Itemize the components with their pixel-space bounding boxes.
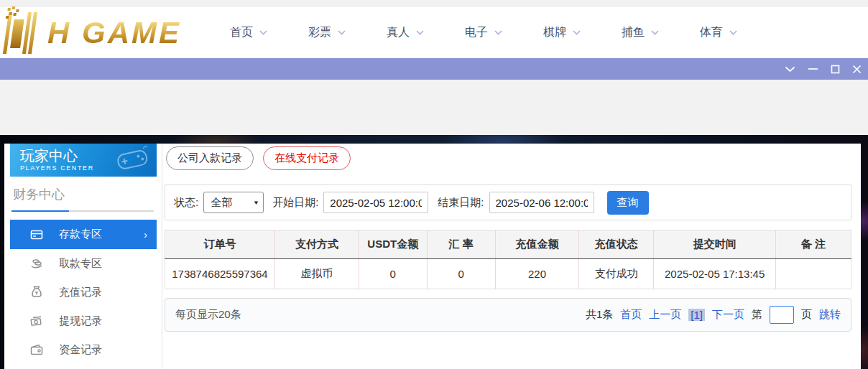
status-label: 状态: [174,196,198,210]
sidebar-section-underline [11,210,154,212]
chevron-down-icon [494,30,502,35]
select-chevron-icon: ▾ [254,199,259,206]
cell-order-no: 1738746825597364 [165,259,275,289]
chevron-down-icon [651,30,659,35]
jump-button[interactable]: 跳转 [819,308,841,322]
col-order-no: 订单号 [165,230,275,259]
sidebar-item-deposit-zone[interactable]: 存款专区 › [10,220,157,249]
hand-coins-icon [30,257,43,270]
nav-label: 首页 [230,25,253,40]
sidebar-item-label: 资金记录 [59,343,102,357]
chevron-down-icon [338,30,346,35]
first-page-link[interactable]: 首页 [620,308,642,322]
end-date-input[interactable] [489,192,594,213]
main-panel: 公司入款记录 在线支付记录 状态: 全部 ▾ 开始日期: 结束日期: 查询 [165,144,852,369]
logo-text: H GAME [47,16,181,50]
col-submit-time: 提交时间 [654,230,776,259]
nav-label: 体育 [700,25,723,40]
sidebar-item-label: 取款专区 [59,257,102,271]
nav-label: 电子 [465,25,488,40]
window-chevron-down-icon[interactable] [785,66,795,73]
window-top-strip [0,0,868,7]
nav-item-lottery[interactable]: 彩票 [308,25,346,40]
sidebar: 玩家中心 PLAYERS CENTER 财务中心 存款专区 › [4,144,162,369]
next-page-link[interactable]: 下一页 [712,308,744,322]
col-exchange-rate: 汇 率 [427,230,495,259]
sidebar-item-fund-records[interactable]: 资金记录 [10,335,157,364]
tab-online-payment-records[interactable]: 在线支付记录 [263,146,351,170]
cell-recharge-amount: 220 [495,259,579,289]
tab-company-deposit-records[interactable]: 公司入款记录 [166,146,254,170]
page-jump-input[interactable] [770,306,794,324]
nav-label: 真人 [387,25,410,40]
chevron-down-icon [416,30,424,35]
status-select[interactable]: 全部 ▾ [203,192,264,213]
wallet-icon [30,343,43,356]
filter-bar: 状态: 全部 ▾ 开始日期: 结束日期: 查询 [165,184,851,220]
sidebar-item-quota-transfer[interactable]: 额度转换 [10,364,157,369]
col-recharge-status: 充值状态 [579,230,654,259]
jump-prefix-label: 第 [752,308,762,322]
sidebar-menu: 存款专区 › 取款专区 充值记录 提现记录 [4,220,162,369]
money-bag-icon [30,286,43,299]
main-nav: 首页 彩票 真人 电子 棋牌 捕鱼 体育 [230,7,737,58]
cell-usdt-amount: 0 [359,259,427,289]
tab-label: 公司入款记录 [177,151,242,165]
pagination-bar: 每页显示20条 共1条 首页 上一页 [1] 下一页 第 页 跳转 [165,298,851,332]
nav-item-slots[interactable]: 电子 [465,25,502,40]
logo-bars-icon [3,12,43,54]
nav-label: 棋牌 [543,25,566,40]
sidebar-item-recharge-records[interactable]: 充值记录 [10,278,157,307]
brand-logo: H GAME [6,10,181,56]
sidebar-item-withdraw-zone[interactable]: 取款专区 [10,249,157,278]
page-size-text: 每页显示20条 [175,308,241,322]
sidebar-item-label: 提现记录 [59,314,102,328]
cell-remarks [776,259,851,289]
window-minimize-icon[interactable] [808,67,818,70]
sidebar-header: 玩家中心 PLAYERS CENTER [10,144,157,177]
tab-label: 在线支付记录 [274,151,339,165]
content-card: 玩家中心 PLAYERS CENTER 财务中心 存款专区 › [4,144,861,369]
col-usdt-amount: USDT金额 [359,230,427,259]
cell-submit-time: 2025-02-05 17:13:45 [654,259,776,289]
window-maximize-icon[interactable] [831,65,840,74]
end-date-label: 结束日期: [438,196,484,210]
col-recharge-amount: 充值金额 [495,230,579,259]
nav-label: 捕鱼 [622,25,645,40]
nav-label: 彩票 [308,25,331,40]
start-date-input[interactable] [323,192,428,213]
cell-recharge-status: 支付成功 [579,259,654,289]
nav-item-cards[interactable]: 棋牌 [543,25,581,40]
chevron-right-icon: › [144,229,147,240]
sidebar-item-withdrawal-records[interactable]: 提现记录 [10,307,157,335]
nav-item-home[interactable]: 首页 [230,25,267,40]
cell-payment-method: 虚拟币 [274,259,359,289]
sidebar-item-label: 充值记录 [59,286,102,299]
nav-item-fishing[interactable]: 捕鱼 [622,25,659,40]
prev-page-link[interactable]: 上一页 [649,308,681,322]
window-close-icon[interactable] [852,65,862,74]
app-header: H GAME 首页 彩票 真人 电子 棋牌 捕鱼 体育 [0,7,868,58]
start-date-label: 开始日期: [272,196,318,210]
deposit-card-icon [30,228,43,241]
record-tabs: 公司入款记录 在线支付记录 [166,146,351,170]
jump-suffix-label: 页 [801,308,812,322]
table-header-row: 订单号 支付方式 USDT金额 汇 率 充值金额 充值状态 提交时间 备 注 [165,230,851,259]
page-spacer [0,80,868,135]
payment-records-table: 订单号 支付方式 USDT金额 汇 率 充值金额 充值状态 提交时间 备 注 1… [165,230,851,289]
sidebar-item-label: 存款专区 [59,228,102,241]
window-titlebar [0,58,868,80]
col-remarks: 备 注 [776,230,851,259]
chevron-down-icon [259,30,267,35]
banknotes-icon [30,314,43,327]
chevron-down-icon [573,30,581,35]
total-count-text: 共1条 [586,308,613,322]
status-select-value: 全部 [211,196,232,210]
query-button[interactable]: 查询 [607,191,649,215]
cell-exchange-rate: 0 [427,259,495,289]
table-row: 1738746825597364 虚拟币 0 0 220 支付成功 2025-0… [165,259,851,289]
chevron-down-icon [729,30,737,35]
nav-item-live[interactable]: 真人 [387,25,424,40]
sidebar-section-title: 财务中心 [13,186,162,203]
nav-item-sports[interactable]: 体育 [700,25,737,40]
